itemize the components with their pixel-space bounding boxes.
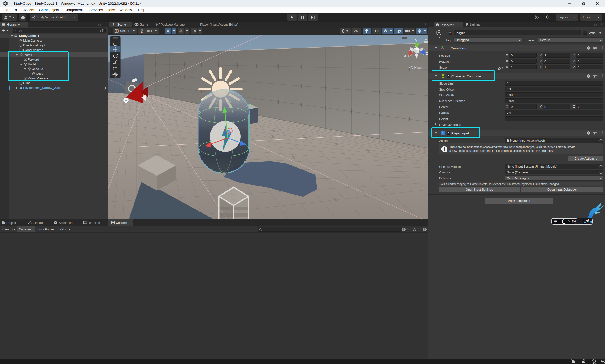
svg-text:?: ?	[588, 132, 589, 134]
svg-text:中: 中	[554, 219, 558, 224]
svg-text:y: y	[415, 38, 417, 42]
svg-text:?: ?	[588, 75, 589, 78]
svg-text:Y: Y	[168, 31, 169, 33]
svg-text:x: x	[404, 54, 406, 58]
svg-text:°,: °,	[568, 219, 570, 223]
svg-text:Persp: Persp	[414, 65, 425, 70]
svg-text:键: 键	[572, 219, 576, 224]
svg-text:?: ?	[588, 47, 589, 49]
svg-text:z: z	[426, 51, 428, 55]
